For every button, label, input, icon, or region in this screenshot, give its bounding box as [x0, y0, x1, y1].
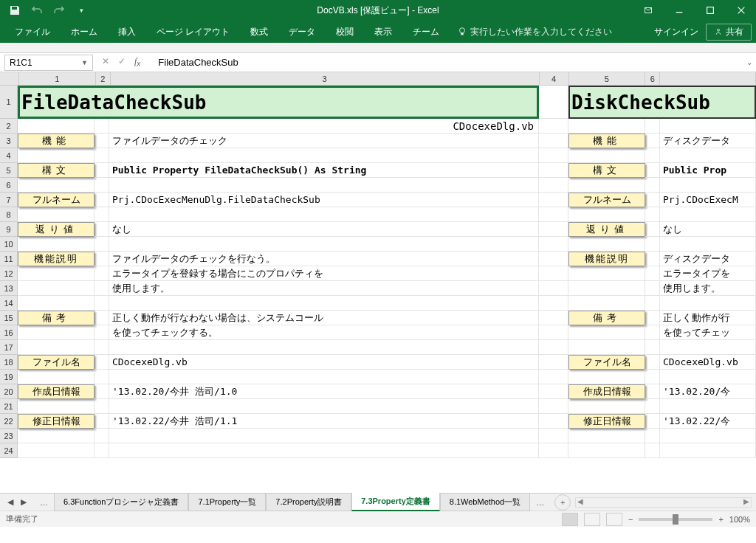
sheet-tab[interactable]: 7.1Property一覧 — [188, 494, 266, 511]
row-header[interactable]: 15 — [0, 311, 18, 325]
cell[interactable] — [18, 266, 94, 281]
tab-insert[interactable]: 挿入 — [108, 21, 146, 43]
cell[interactable] — [109, 340, 539, 355]
cell[interactable] — [660, 429, 756, 443]
value-syntax[interactable]: Public Property FileDataCheckSub() As St… — [109, 163, 539, 178]
cell[interactable] — [109, 443, 539, 458]
cell[interactable] — [568, 370, 645, 384]
col-header[interactable]: 1 — [19, 72, 96, 86]
share-button[interactable]: 共有 — [706, 24, 752, 41]
cell[interactable] — [645, 429, 660, 443]
tab-formulas[interactable]: 数式 — [240, 21, 278, 43]
cell[interactable] — [539, 134, 568, 148]
cell[interactable] — [660, 370, 756, 384]
scroll-left-icon[interactable]: ◀ — [577, 497, 583, 505]
close-button[interactable] — [726, 0, 756, 21]
sheet-overflow-right[interactable]: … — [530, 498, 550, 507]
label-modified[interactable]: 修正日情報 — [18, 414, 94, 429]
row-header[interactable]: 11 — [0, 252, 18, 266]
tab-file[interactable]: ファイル — [4, 21, 61, 43]
label-remark-r[interactable]: 備考 — [568, 311, 645, 325]
cell[interactable] — [539, 119, 568, 134]
cell[interactable] — [539, 266, 568, 281]
value-func[interactable]: ファイルデータのチェック — [109, 134, 539, 148]
col-header[interactable]: 6 — [645, 72, 660, 86]
row-header[interactable]: 19 — [0, 370, 18, 384]
row-header[interactable]: 22 — [0, 414, 18, 429]
chevron-down-icon[interactable]: ▼ — [81, 59, 88, 66]
cell[interactable] — [539, 370, 568, 384]
cell[interactable] — [660, 119, 756, 134]
cell[interactable] — [18, 119, 94, 134]
row-header[interactable]: 5 — [0, 163, 18, 178]
row-header[interactable]: 9 — [0, 222, 18, 237]
name-box[interactable]: R1C1 ▼ — [4, 55, 93, 71]
cell[interactable] — [539, 86, 568, 119]
label-return-r[interactable]: 返り値 — [568, 222, 645, 237]
cell[interactable] — [645, 281, 660, 296]
value-remark1[interactable]: 正しく動作が行なわない場合は、システムコール — [109, 311, 539, 325]
cell[interactable] — [539, 193, 568, 207]
value-file-r[interactable]: CDocexeDlg.vb — [660, 355, 756, 370]
cell[interactable] — [109, 237, 539, 252]
cell[interactable] — [645, 178, 660, 193]
cell[interactable] — [94, 178, 109, 193]
signin-link[interactable]: サインイン — [654, 26, 698, 38]
save-icon[interactable] — [9, 4, 21, 16]
cell[interactable] — [568, 207, 645, 222]
row-header[interactable]: 1 — [0, 86, 18, 119]
formula-input[interactable] — [154, 55, 743, 71]
value-file[interactable]: CDocexeDlg.vb — [109, 355, 539, 370]
value-desc3[interactable]: 使用します。 — [109, 281, 539, 296]
cell[interactable] — [660, 148, 756, 163]
cell[interactable] — [645, 340, 660, 355]
value-remark2[interactable]: を使ってチェックする。 — [109, 325, 539, 340]
row-header[interactable]: 13 — [0, 281, 18, 296]
cell[interactable] — [539, 178, 568, 193]
cell[interactable] — [94, 370, 109, 384]
cell[interactable] — [94, 148, 109, 163]
label-created-r[interactable]: 作成日情報 — [568, 384, 645, 399]
cell[interactable] — [645, 355, 660, 370]
cell[interactable] — [18, 443, 94, 458]
cell[interactable] — [539, 429, 568, 443]
cell[interactable] — [568, 148, 645, 163]
value-remark2-r[interactable]: を使ってチェッ — [660, 325, 756, 340]
cell[interactable] — [94, 266, 109, 281]
cell[interactable] — [660, 296, 756, 311]
value-created[interactable]: '13.02.20/今井 浩司/1.0 — [109, 384, 539, 399]
redo-icon[interactable] — [53, 4, 65, 16]
cell[interactable] — [539, 281, 568, 296]
col-header[interactable]: 2 — [96, 72, 111, 86]
cell[interactable] — [94, 325, 109, 340]
row-header[interactable]: 21 — [0, 399, 18, 414]
tab-home[interactable]: ホーム — [61, 21, 108, 43]
cell[interactable] — [645, 193, 660, 207]
cell[interactable] — [18, 340, 94, 355]
row-header[interactable]: 7 — [0, 193, 18, 207]
row-header[interactable]: 24 — [0, 443, 18, 458]
qat-dropdown-icon[interactable]: ▾ — [75, 4, 87, 16]
fx-icon[interactable]: fx — [134, 56, 140, 68]
cell[interactable] — [645, 414, 660, 429]
value-fullname-r[interactable]: Prj.CDocExecM — [660, 193, 756, 207]
cell[interactable] — [109, 178, 539, 193]
sheet-tab[interactable]: 6.3Functionプロシージャ定義書 — [54, 494, 188, 511]
cell-subtitle[interactable]: CDocexeDlg.vb — [109, 119, 539, 134]
expand-formula-icon[interactable]: ⌄ — [743, 58, 756, 66]
cell[interactable] — [18, 429, 94, 443]
cell[interactable] — [94, 222, 109, 237]
cell[interactable] — [18, 148, 94, 163]
cell[interactable] — [94, 399, 109, 414]
value-desc1-r[interactable]: ディスクデータ — [660, 252, 756, 266]
zoom-level[interactable]: 100% — [729, 515, 750, 524]
cell[interactable] — [94, 119, 109, 134]
zoom-out-icon[interactable]: − — [628, 515, 633, 524]
cell[interactable] — [645, 148, 660, 163]
row-header[interactable]: 23 — [0, 429, 18, 443]
cell[interactable] — [109, 207, 539, 222]
value-modified-r[interactable]: '13.02.22/今 — [660, 414, 756, 429]
label-return[interactable]: 返り値 — [18, 222, 94, 237]
cell[interactable] — [18, 370, 94, 384]
cell[interactable] — [539, 207, 568, 222]
